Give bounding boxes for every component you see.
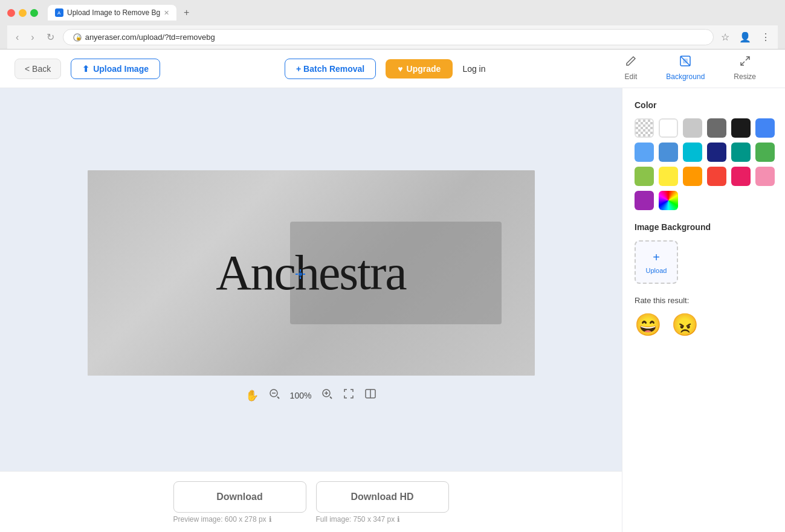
batch-removal-button[interactable]: + Batch Removal (285, 59, 376, 79)
split-view-button[interactable] (364, 388, 376, 403)
color-swatch-teal[interactable] (731, 143, 751, 162)
preview-info: Preview image: 600 x 278 px ℹ (173, 515, 306, 524)
app-header: < Back ⬆ Upload Image + Batch Removal ♥ … (0, 50, 785, 88)
svg-text:A: A (57, 10, 61, 16)
upload-icon: ⬆ (82, 64, 89, 74)
lock-icon: 🔒 (73, 33, 82, 42)
canvas-background: Anchestra (88, 170, 535, 376)
zoom-level: 100% (290, 391, 312, 400)
color-swatch-white[interactable] (659, 118, 678, 138)
image-canvas: Anchestra (88, 170, 535, 376)
zoom-out-button[interactable] (268, 388, 280, 403)
emoji-row: 😄 😠 (635, 312, 773, 338)
canvas-area: Anchestra ✋ 100% Download (0, 88, 622, 532)
signature-container: Anchestra (88, 170, 535, 376)
color-swatch-sky-blue[interactable] (635, 143, 654, 162)
upload-image-button[interactable]: ⬆ Upload Image (71, 59, 160, 79)
color-swatch-light-gray[interactable] (683, 118, 702, 138)
color-swatch-black[interactable] (731, 118, 751, 138)
image-bg-section: Image Background + Upload (635, 222, 773, 284)
rate-section: Rate this result: 😄 😠 (635, 296, 773, 338)
color-swatch-green[interactable] (755, 143, 775, 162)
color-swatch-transparent[interactable] (635, 118, 654, 138)
color-swatch-yellow[interactable] (659, 167, 678, 186)
color-section: Color (635, 100, 773, 210)
resize-icon (739, 55, 751, 70)
bookmark-button[interactable]: ☆ (719, 29, 732, 45)
edit-icon (625, 55, 637, 70)
tab-background[interactable]: Background (651, 48, 719, 90)
color-swatch-pink[interactable] (755, 167, 775, 186)
upload-plus-icon: + (653, 251, 660, 264)
download-hd-col: Download HD Full image: 750 x 347 px ℹ (316, 481, 449, 524)
download-button[interactable]: Download (173, 481, 306, 513)
main-layout: Anchestra ✋ 100% Download (0, 88, 785, 532)
color-swatch-pink-red[interactable] (731, 167, 751, 186)
color-swatch-blue[interactable] (755, 118, 775, 138)
upgrade-button[interactable]: ♥ Upgrade (386, 59, 453, 79)
svg-text:🔒: 🔒 (76, 34, 82, 40)
close-dot[interactable] (7, 9, 15, 17)
rate-label: Rate this result: (635, 296, 773, 305)
full-info-icon: ℹ (397, 515, 400, 524)
cursor-icon (293, 267, 308, 284)
image-bg-label: Image Background (635, 222, 773, 232)
color-swatch-lime[interactable] (635, 167, 654, 186)
url-text: anyeraser.com/upload/?td=removebg (85, 33, 703, 42)
color-swatch-cyan[interactable] (683, 143, 702, 162)
canvas-toolbar: ✋ 100% (245, 388, 377, 403)
address-bar[interactable]: 🔒 anyeraser.com/upload/?td=removebg (63, 29, 714, 45)
browser-menu-button[interactable]: ⋮ (758, 29, 773, 45)
back-button[interactable]: < Back (15, 59, 61, 79)
minimize-dot[interactable] (19, 9, 27, 17)
angry-emoji-button[interactable]: 😠 (671, 312, 699, 338)
tab-edit[interactable]: Edit (610, 48, 652, 90)
color-swatch-orange[interactable] (683, 167, 702, 186)
color-swatch-rainbow[interactable] (659, 191, 678, 210)
right-sidebar: Color (622, 88, 785, 532)
color-swatch-purple[interactable] (635, 191, 654, 210)
reload-button[interactable]: ↻ (43, 30, 58, 44)
signature-text: Anchestra (216, 245, 405, 301)
upload-bg-text: Upload (646, 267, 667, 274)
color-swatch-navy[interactable] (707, 143, 726, 162)
maximize-dot[interactable] (30, 9, 38, 17)
upload-bg-button[interactable]: + Upload (635, 240, 678, 284)
happy-emoji-button[interactable]: 😄 (635, 312, 662, 338)
download-hd-button[interactable]: Download HD (316, 481, 449, 513)
svg-point-5 (299, 272, 302, 276)
color-swatch-red[interactable] (707, 167, 726, 186)
fullscreen-button[interactable] (343, 388, 355, 403)
heart-icon: ♥ (398, 64, 402, 74)
full-info: Full image: 750 x 347 px ℹ (316, 515, 449, 524)
color-swatch-dark-gray[interactable] (707, 118, 726, 138)
tool-tabs: Edit Background Resize (610, 48, 770, 90)
color-label: Color (635, 100, 773, 110)
browser-chrome: A Upload Image to Remove Bg ✕ + ‹ › ↻ 🔒 … (0, 0, 785, 50)
pan-tool-button[interactable]: ✋ (245, 389, 259, 402)
tab-favicon: A (55, 8, 63, 17)
color-swatch-mid-blue[interactable] (659, 143, 678, 162)
download-bar: Download Preview image: 600 x 278 px ℹ D… (0, 471, 622, 532)
svg-line-16 (330, 397, 332, 399)
color-grid (635, 118, 773, 210)
zoom-in-button[interactable] (321, 388, 333, 403)
preview-info-icon: ℹ (269, 515, 272, 524)
browser-toolbar: ‹ › ↻ 🔒 anyeraser.com/upload/?td=removeb… (7, 25, 778, 49)
svg-line-12 (277, 397, 279, 399)
profile-button[interactable]: 👤 (737, 29, 754, 45)
browser-tab[interactable]: A Upload Image to Remove Bg ✕ (48, 5, 176, 21)
download-standard-col: Download Preview image: 600 x 278 px ℹ (173, 481, 306, 524)
login-button[interactable]: Log in (462, 64, 485, 74)
background-icon (679, 55, 691, 70)
forward-button[interactable]: › (27, 31, 37, 44)
tab-close-button[interactable]: ✕ (164, 9, 169, 17)
back-button[interactable]: ‹ (12, 31, 22, 44)
tab-title: Upload Image to Remove Bg (67, 8, 160, 17)
tab-resize[interactable]: Resize (719, 48, 770, 90)
new-tab-button[interactable]: + (184, 7, 189, 18)
